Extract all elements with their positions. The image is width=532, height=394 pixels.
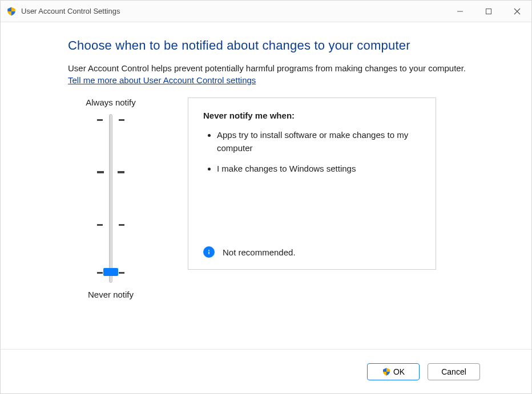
uac-shield-icon: [382, 367, 391, 376]
info-title: Never notify me when:: [203, 111, 421, 120]
svg-rect-5: [208, 251, 209, 254]
window-title: User Account Control Settings: [21, 7, 120, 15]
slider-thumb[interactable]: [103, 268, 118, 276]
slider-top-label: Always notify: [86, 98, 136, 107]
learn-more-link[interactable]: Tell me more about User Account Control …: [68, 75, 256, 85]
slider-area: Always notify Never notify Never notify …: [68, 98, 514, 299]
minimize-button[interactable]: [446, 1, 474, 22]
uac-shield-icon: [6, 6, 17, 17]
notification-info-box: Never notify me when: Apps try to instal…: [188, 98, 436, 270]
ok-button[interactable]: OK: [367, 363, 420, 380]
ok-button-label: OK: [393, 367, 405, 376]
maximize-button[interactable]: [474, 1, 503, 22]
page-heading: Choose when to be notified about changes…: [68, 38, 514, 53]
window-controls: [446, 1, 531, 22]
cancel-button[interactable]: Cancel: [428, 363, 480, 380]
cancel-button-label: Cancel: [441, 367, 466, 376]
slider-bottom-label: Never notify: [88, 290, 134, 299]
page-description: User Account Control helps prevent poten…: [68, 63, 514, 73]
svg-point-4: [208, 250, 209, 251]
info-bullet: Apps try to install software or make cha…: [217, 128, 421, 155]
info-icon: [203, 246, 215, 258]
close-button[interactable]: [503, 1, 531, 22]
content-area: Choose when to be notified about changes…: [1, 22, 531, 349]
notification-slider: Always notify Never notify: [68, 98, 154, 299]
dialog-footer: OK Cancel: [1, 349, 531, 393]
slider-track[interactable]: [94, 113, 128, 284]
slider-tick-2: [97, 224, 124, 226]
slider-tick-0: [97, 119, 124, 121]
info-bullet-list: Apps try to install software or make cha…: [203, 128, 421, 182]
uac-settings-window: User Account Control Settings Choose whe…: [0, 0, 532, 394]
titlebar: User Account Control Settings: [1, 1, 531, 22]
slider-groove: [109, 114, 112, 283]
info-bullet: I make changes to Windows settings: [217, 162, 421, 175]
slider-tick-1: [97, 171, 124, 173]
info-footer: Not recommended.: [203, 241, 421, 258]
svg-rect-1: [486, 9, 491, 14]
info-footer-text: Not recommended.: [223, 247, 296, 257]
